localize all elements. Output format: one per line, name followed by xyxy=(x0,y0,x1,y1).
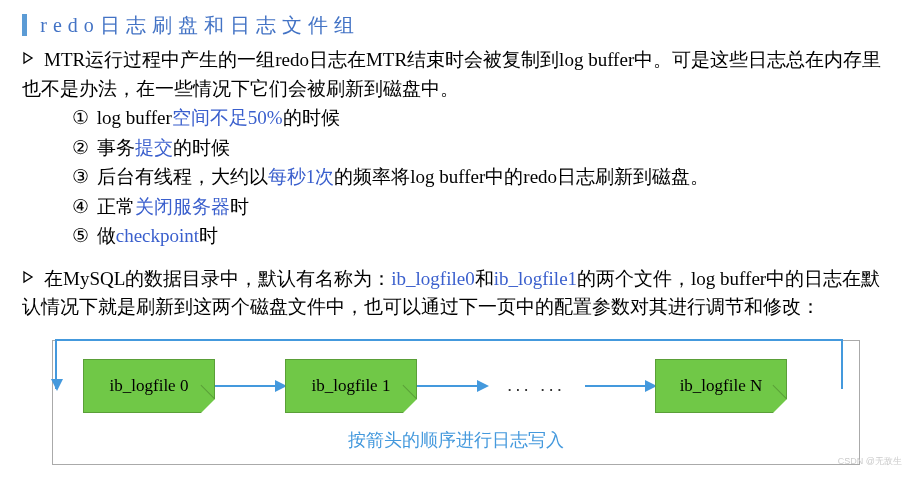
list-item: ⑤ 做checkpoint时 xyxy=(68,222,890,251)
item-highlight: checkpoint xyxy=(116,225,199,246)
logfile-node-n: ib_logfile N xyxy=(655,359,787,413)
page-title: redo日志刷盘和日志文件组 xyxy=(40,14,360,36)
item-pre: 事务 xyxy=(97,137,135,158)
item-number: ① xyxy=(68,104,92,133)
diagram-caption: 按箭头的顺序进行日志写入 xyxy=(63,427,849,454)
arrow-icon xyxy=(417,385,487,387)
chevron-right-icon xyxy=(22,270,36,284)
p2-hl2: ib_logfile1 xyxy=(494,268,577,289)
arrow-icon xyxy=(215,385,285,387)
logfile-node-1: ib_logfile 1 xyxy=(285,359,417,413)
watermark: CSDN @无敌生 xyxy=(838,455,902,469)
title-accent-bar xyxy=(22,14,27,36)
item-post: 的频率将log buffer中的redo日志刷新到磁盘。 xyxy=(334,166,709,187)
item-highlight: 每秒1次 xyxy=(268,166,335,187)
content-body: MTR运行过程中产生的一组redo日志在MTR结束时会被复制到log buffe… xyxy=(0,46,908,465)
item-pre: 正常 xyxy=(97,196,135,217)
arrow-icon xyxy=(585,385,655,387)
item-number: ② xyxy=(68,134,92,163)
list-item: ② 事务提交的时候 xyxy=(68,134,890,163)
diagram-flow: ib_logfile 0 ib_logfile 1 ... ... ib_log… xyxy=(63,359,849,413)
item-highlight: 提交 xyxy=(135,137,173,158)
item-post: 时 xyxy=(199,225,218,246)
logfile-diagram: ib_logfile 0 ib_logfile 1 ... ... ib_log… xyxy=(52,340,860,465)
item-post: 时 xyxy=(230,196,249,217)
item-post: 的时候 xyxy=(173,137,230,158)
item-post: 的时候 xyxy=(283,107,340,128)
chevron-right-icon xyxy=(22,51,36,65)
list-item: ① log buffer空间不足50%的时候 xyxy=(68,104,890,133)
item-highlight: 空间不足50% xyxy=(172,107,283,128)
p2-pre: 在MySQL的数据目录中，默认有名称为： xyxy=(44,268,391,289)
p2-mid: 和 xyxy=(475,268,494,289)
list-item: ③ 后台有线程，大约以每秒1次的频率将log buffer中的redo日志刷新到… xyxy=(68,163,890,192)
item-number: ④ xyxy=(68,193,92,222)
p1-line: MTR运行过程中产生的一组redo日志在MTR结束时会被复制到log buffe… xyxy=(22,49,881,99)
logfile-node-0: ib_logfile 0 xyxy=(83,359,215,413)
ellipsis: ... ... xyxy=(487,371,585,400)
list-item: ④ 正常关闭服务器时 xyxy=(68,193,890,222)
item-highlight: 关闭服务器 xyxy=(135,196,230,217)
numbered-list: ① log buffer空间不足50%的时候 ② 事务提交的时候 ③ 后台有线程… xyxy=(22,104,890,251)
item-number: ⑤ xyxy=(68,222,92,251)
item-pre: 后台有线程，大约以 xyxy=(97,166,268,187)
item-number: ③ xyxy=(68,163,92,192)
bullet-2: 在MySQL的数据目录中，默认有名称为：ib_logfile0和ib_logfi… xyxy=(22,265,890,322)
p2-hl1: ib_logfile0 xyxy=(391,268,474,289)
item-pre: 做 xyxy=(97,225,116,246)
item-pre: log buffer xyxy=(97,107,172,128)
title-section: redo日志刷盘和日志文件组 xyxy=(0,0,908,46)
bullet-1: MTR运行过程中产生的一组redo日志在MTR结束时会被复制到log buffe… xyxy=(22,46,890,103)
